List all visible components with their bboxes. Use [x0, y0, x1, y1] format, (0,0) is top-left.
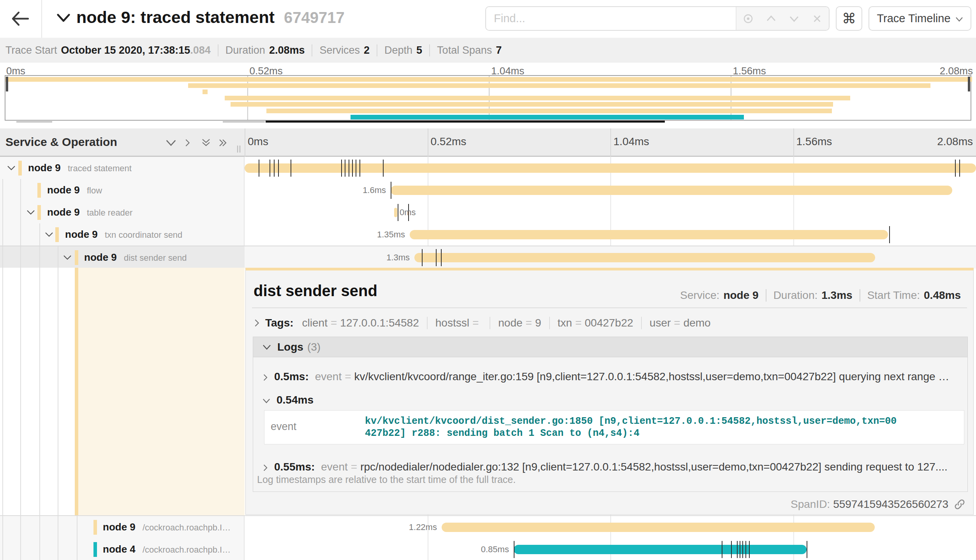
chevron-down-icon[interactable]: [62, 255, 72, 261]
indent-guide: [2, 201, 3, 223]
tag-item: node=9: [490, 317, 549, 329]
log-marker-tick: [737, 541, 738, 558]
equals-sign: =: [472, 317, 479, 329]
expand-one-icon[interactable]: [183, 139, 192, 147]
chevron-down-icon[interactable]: [44, 232, 54, 238]
span-row[interactable]: node 9traced statement: [0, 157, 976, 179]
log-marker-tick: [345, 160, 345, 177]
collapse-trace-icon[interactable]: [57, 13, 70, 23]
summary-label: Duration: [226, 44, 265, 56]
indent-guide: [39, 246, 40, 269]
log-marker-tick: [383, 160, 384, 177]
span-row[interactable]: node 9table reader0ms: [0, 201, 976, 223]
chevron-down-icon[interactable]: [6, 165, 16, 171]
equals-sign: =: [351, 461, 357, 473]
row-divider: [0, 515, 976, 516]
expand-all-icon[interactable]: [217, 139, 229, 147]
span-duration-bar[interactable]: [410, 230, 888, 239]
span-duration-bar[interactable]: [414, 253, 875, 262]
span-duration-bar[interactable]: [245, 163, 976, 173]
logs-header[interactable]: Logs (3): [253, 337, 967, 357]
span-detail-panel: dist sender send Service:node 9Duration:…: [245, 268, 974, 515]
keyboard-shortcuts-button[interactable]: ⌘: [836, 6, 862, 31]
log-marker-tick: [722, 541, 722, 558]
tag-item: user=demo: [641, 317, 719, 329]
column-resizer[interactable]: [236, 145, 241, 153]
minimap-span-bar: [231, 102, 833, 107]
timeline-tick-label: 0ms: [248, 135, 268, 148]
logs-footnote: Log timestamps are relative to the start…: [257, 474, 516, 485]
indent-guide: [20, 179, 21, 201]
log-message: rpc/nodedialer/nodedialer.go:132 [n9,cli…: [360, 461, 948, 473]
span-row[interactable]: node 4/cockroach.roachpb.I…0.85ms: [0, 538, 976, 560]
link-icon[interactable]: [954, 499, 965, 510]
find-icons: [736, 7, 829, 30]
next-match-icon[interactable]: [788, 13, 800, 25]
span-row[interactable]: node 9txn coordinator send1.35ms: [0, 223, 976, 246]
chevron-down-icon[interactable]: [26, 209, 36, 216]
log-marker-tick: [349, 160, 349, 177]
span-row[interactable]: node 9flow1.6ms: [0, 179, 976, 201]
span-id-label: SpanID:: [791, 498, 830, 511]
summary-value: 2.08ms: [269, 44, 305, 56]
minimap-scrubber-left[interactable]: [6, 77, 8, 91]
back-button[interactable]: [11, 10, 30, 27]
tags-row[interactable]: Tags: client=127.0.0.1:54582hostssl=node…: [254, 314, 719, 332]
tags-label: Tags:: [265, 317, 294, 329]
span-row-timeline: 1.35ms: [245, 223, 976, 246]
log-row[interactable]: 0.5ms: event = kv/kvclient/kvcoord/range…: [262, 370, 958, 384]
tag-key: node: [498, 317, 522, 329]
log-row[interactable]: 0.55ms: event = rpc/nodedialer/nodediale…: [262, 461, 958, 475]
log-marker-tick: [274, 160, 275, 177]
tags-items: client=127.0.0.1:54582hostssl=node=9txn=…: [302, 317, 719, 329]
view-selector-button[interactable]: Trace Timeline: [869, 6, 971, 31]
log-marker-tick: [278, 160, 279, 177]
indent-guide: [20, 538, 21, 560]
minimap-scrubber-right[interactable]: [968, 77, 970, 91]
span-color-bar: [55, 227, 59, 242]
tag-value: demo: [684, 317, 711, 329]
log-marker-tick: [731, 541, 732, 558]
column-divider: [245, 128, 245, 157]
log-row-expanded-header[interactable]: 0.54ms: [262, 394, 958, 408]
logs-count: (3): [307, 341, 321, 353]
summary-value: 5: [416, 44, 422, 56]
minimap-span-bar: [5, 77, 972, 82]
log-marker-tick: [441, 249, 442, 266]
prev-match-icon[interactable]: [765, 13, 777, 25]
chevron-right-icon: [254, 319, 260, 327]
span-duration-bar[interactable]: [394, 208, 397, 217]
indent-guide: [39, 223, 40, 246]
find-box: [485, 6, 830, 31]
span-row[interactable]: node 9dist sender send1.3ms: [0, 246, 976, 268]
span-row-sidebar: node 4/cockroach.roachpb.I…: [0, 538, 245, 560]
span-duration-bar[interactable]: [442, 523, 875, 532]
indent-guide: [2, 223, 3, 246]
log-marker-tick: [341, 160, 342, 177]
log-marker-tick: [959, 160, 960, 177]
summary-value: October 15 2020, 17:38:15: [61, 44, 190, 56]
trace-summary-item: Depth5: [377, 44, 429, 56]
indent-guide: [39, 538, 40, 560]
back-column: [0, 0, 42, 38]
match-target-icon[interactable]: [742, 13, 754, 25]
divider: [252, 307, 967, 308]
clear-find-icon[interactable]: [811, 13, 823, 25]
span-color-bar: [93, 542, 97, 557]
tag-key: hostssl: [435, 317, 469, 329]
kv-field-name: event: [271, 421, 296, 433]
log-marker-tick: [740, 541, 740, 558]
top-header: node 9: traced statement 6749717 ⌘: [0, 0, 976, 38]
log-marker-tick: [745, 541, 746, 558]
span-duration-label: 0ms: [400, 207, 416, 218]
span-row[interactable]: node 9/cockroach.roachpb.I…1.22ms: [0, 516, 976, 538]
span-duration-bar[interactable]: [514, 545, 807, 554]
span-detail-row: dist sender send Service:node 9Duration:…: [0, 268, 976, 516]
minimap-canvas[interactable]: [5, 75, 971, 121]
log-marker-tick: [270, 160, 270, 177]
span-duration-bar[interactable]: [391, 186, 952, 195]
collapse-all-icon[interactable]: [200, 139, 212, 147]
collapse-one-icon[interactable]: [165, 139, 177, 147]
find-input[interactable]: [486, 7, 736, 30]
minimap-scroll-indicator[interactable]: [266, 121, 665, 123]
